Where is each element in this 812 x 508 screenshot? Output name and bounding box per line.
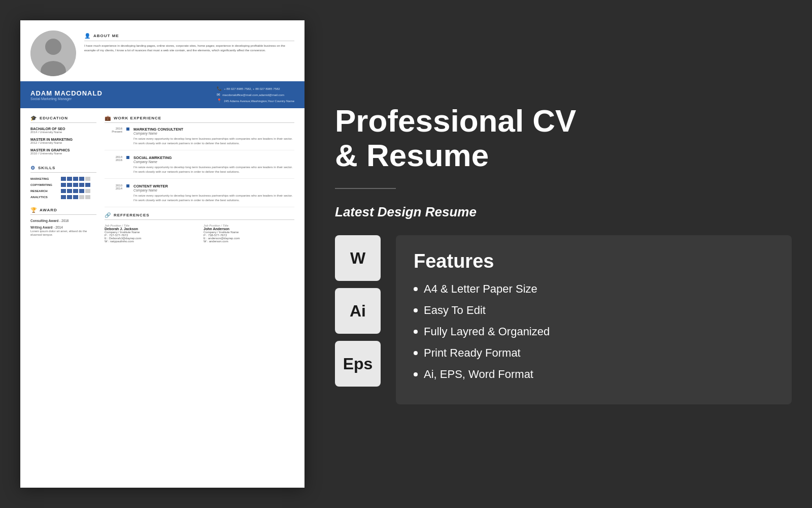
work-desc-3: I'm seize every opportunity to develop l… bbox=[133, 194, 294, 203]
bullet-3 bbox=[414, 330, 418, 334]
bar bbox=[79, 177, 84, 181]
edu-item: MASTER IN MARKETING 2012 / University Na… bbox=[30, 138, 96, 144]
work-title: 💼 WORK EXPERIENCE bbox=[105, 115, 294, 123]
resume-body: 🎓 EDUCATION BACHALOR OF SEO 2014 / Unive… bbox=[20, 108, 304, 250]
ai-label: Ai bbox=[350, 302, 366, 321]
feature-item-2: Easy To Edit bbox=[414, 304, 774, 317]
profile-photo bbox=[30, 30, 76, 76]
work-role-2: SOCIAL AMRKETING bbox=[133, 155, 294, 160]
work-year: 2014 2016 bbox=[105, 155, 122, 174]
skill-name-4: ANALYTICS bbox=[30, 196, 58, 199]
award-text-1: Consulting Award - 2016 bbox=[30, 219, 96, 223]
work-item: 2014 2016 SOCIAL AMRKETING Company Name … bbox=[105, 155, 294, 179]
skill-name-2: COPYWRITING bbox=[30, 183, 58, 186]
bar bbox=[73, 189, 78, 193]
email-icon: ✉ bbox=[217, 92, 220, 97]
bar bbox=[61, 183, 66, 187]
feature-item-5: Ai, EPS, Word Format bbox=[414, 368, 774, 381]
work-company-2: Company Name bbox=[133, 160, 294, 164]
education-list: BACHALOR OF SEO 2014 / University Name M… bbox=[30, 127, 96, 155]
skill-row: COPYWRITING bbox=[30, 183, 96, 187]
skill-bars-4 bbox=[61, 195, 90, 199]
name-left: ADAM MACDONALD Social Marketing Manager bbox=[30, 89, 103, 101]
award-title: 🏆 AWARD bbox=[30, 207, 96, 215]
bar bbox=[73, 183, 78, 187]
work-dot bbox=[126, 128, 129, 131]
eps-icon-box: Eps bbox=[335, 341, 381, 387]
word-icon-box: W bbox=[335, 235, 381, 281]
ref-website-2: W : anderson.com bbox=[204, 240, 294, 243]
info-panel: Professional CV & Resume Latest Design R… bbox=[335, 104, 792, 404]
svg-point-1 bbox=[45, 39, 61, 55]
skill-bars-1 bbox=[61, 177, 90, 181]
award-item: Writing Award - 2014 Lorem ipsum dolor s… bbox=[30, 226, 96, 236]
subtitle: Latest Design Resume bbox=[335, 204, 792, 220]
right-column: 💼 WORK EXPERIENCE 2016 Present MARKETING… bbox=[105, 115, 294, 243]
skills-title: ⚙ SKILLS bbox=[30, 165, 96, 173]
feature-text-2: Easy To Edit bbox=[424, 304, 486, 317]
bar bbox=[67, 183, 72, 187]
bar-empty bbox=[85, 195, 90, 199]
bar bbox=[61, 189, 66, 193]
skill-row: MARKETING bbox=[30, 177, 96, 181]
address-item: 📍 245 Adams Avenue,Washington,Your Count… bbox=[217, 99, 294, 103]
bar bbox=[73, 195, 78, 199]
skills-list: MARKETING COPYWRITING bbox=[30, 177, 96, 199]
skills-icon: ⚙ bbox=[30, 165, 36, 171]
bar bbox=[79, 189, 84, 193]
skill-name-1: MARKETING bbox=[30, 177, 58, 180]
format-icons: W Ai Eps bbox=[335, 235, 381, 387]
bar bbox=[79, 183, 84, 187]
work-year: 2010 2014 bbox=[105, 184, 122, 203]
skills-label: SKILLS bbox=[38, 166, 55, 170]
ref-item-2: Job Position / Title John Anderson Compa… bbox=[204, 224, 294, 243]
edu-degree-1: BACHALOR OF SEO bbox=[30, 127, 96, 131]
work-icon: 💼 bbox=[105, 115, 111, 121]
bar-empty bbox=[85, 189, 90, 193]
bar bbox=[61, 195, 66, 199]
ref-icon: 🔗 bbox=[105, 212, 111, 218]
person-name: ADAM MACDONALD bbox=[30, 89, 103, 97]
skill-name-3: RESEARCH bbox=[30, 189, 58, 193]
phone-text: + 88 027 8985 7582, + 88 027 8985 7582 bbox=[224, 87, 280, 90]
education-label: EDUCATION bbox=[40, 116, 68, 120]
feature-text-5: Ai, EPS, Word Format bbox=[424, 368, 533, 381]
work-company-1: Company Name bbox=[133, 132, 294, 135]
work-content: SOCIAL AMRKETING Company Name I'm seize … bbox=[133, 155, 294, 174]
work-role-3: CONTENT WRITER bbox=[133, 184, 294, 188]
skill-row: RESEARCH bbox=[30, 189, 96, 193]
award-icon: 🏆 bbox=[30, 207, 37, 213]
ref-name-1: Deborah J. Jackson bbox=[105, 227, 195, 231]
bullet-4 bbox=[414, 351, 418, 355]
address-text: 245 Adams Avenue,Washington,Your Country… bbox=[224, 100, 294, 103]
name-bar: ADAM MACDONALD Social Marketing Manager … bbox=[20, 81, 304, 108]
bar-empty bbox=[79, 195, 84, 199]
about-label: ABOUT ME bbox=[93, 34, 119, 38]
bar bbox=[61, 177, 66, 181]
work-role-1: MARKETING CONSULTENT bbox=[133, 127, 294, 132]
work-dot bbox=[126, 156, 129, 159]
ref-title: 🔗 REFFERENCES bbox=[105, 212, 294, 220]
education-icon: 🎓 bbox=[30, 115, 37, 121]
skill-bars-3 bbox=[61, 189, 90, 193]
bullet-2 bbox=[414, 308, 418, 312]
main-title: Professional CV & Resume bbox=[335, 104, 792, 173]
eps-label: Eps bbox=[343, 355, 373, 373]
about-section: 👤 ABOUT ME I have much experience in dev… bbox=[84, 30, 294, 76]
ai-icon-box: Ai bbox=[335, 288, 381, 334]
feature-text-4: Print Ready Format bbox=[424, 346, 521, 360]
edu-item: MASTER IN GRAPHICS 2010 / University Nam… bbox=[30, 148, 96, 155]
work-year: 2016 Present bbox=[105, 127, 122, 146]
bottom-section: W Ai Eps Features A4 & Letter Paper Size bbox=[335, 235, 792, 404]
email-text: macdonaloffice@mail.com,adamid@mail.com bbox=[222, 93, 284, 97]
main-title-line1: Professional CV bbox=[335, 103, 576, 138]
work-desc-1: I'm seize every opportunity to develop l… bbox=[133, 137, 294, 146]
bar bbox=[67, 189, 72, 193]
edu-item: BACHALOR OF SEO 2014 / University Name bbox=[30, 127, 96, 134]
bar bbox=[85, 183, 90, 187]
edu-year-2: 2012 / University Name bbox=[30, 141, 96, 144]
award-label: AWARD bbox=[40, 208, 57, 212]
phone-item: 📞 + 88 027 8985 7582, + 88 027 8985 7582 bbox=[217, 86, 294, 91]
work-company-3: Company Name bbox=[133, 188, 294, 192]
ref-website-1: W : natypaulinho.com bbox=[105, 240, 195, 243]
